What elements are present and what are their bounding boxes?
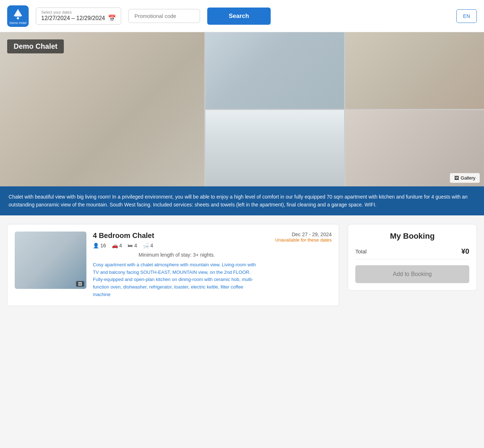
- gallery-icon: 🖼: [454, 175, 459, 181]
- room-description: Cosy apartment with a chalet atmosphere …: [93, 261, 261, 299]
- add-to-booking-button[interactable]: Add to Booking: [355, 265, 469, 283]
- cars-count: 4: [119, 243, 122, 248]
- date-value: 12/27/2024 – 12/29/2024 📅: [41, 14, 116, 22]
- date-selector[interactable]: Select your dates 12/27/2024 – 12/29/202…: [36, 8, 121, 25]
- beds-icon-item: 🛏 4: [128, 243, 137, 248]
- language-button[interactable]: EN: [456, 9, 477, 23]
- promo-input[interactable]: [128, 9, 200, 23]
- date-range-text: Dec 27 - 29, 2024: [267, 232, 332, 237]
- description-bar: Chalet with beautiful view with big livi…: [0, 186, 484, 215]
- guests-count: 16: [100, 243, 106, 248]
- room-card: 🖼 4 Bedroom Chalet 👤 16 🚗 4 🛏 4 �: [7, 224, 339, 306]
- logo: Demo Hotel: [7, 5, 29, 27]
- gallery-cell-4: 🖼 Gallery: [345, 110, 484, 187]
- logo-text: Demo Hotel: [9, 21, 27, 25]
- date-label: Select your dates: [41, 10, 116, 14]
- header: Demo Hotel Select your dates 12/27/2024 …: [0, 0, 484, 32]
- room-dates: Dec 27 - 29, 2024 Unavailable for these …: [267, 232, 332, 299]
- bath-icon: 🛁: [143, 243, 149, 248]
- bathrooms-icon-item: 🛁 4: [143, 243, 153, 248]
- beds-count: 4: [134, 243, 137, 248]
- room-amenities: 👤 16 🚗 4 🛏 4 🛁 4: [93, 243, 261, 248]
- gallery-section: Demo Chalet 🖼 Gallery: [0, 32, 484, 186]
- gallery-cell-1: [205, 32, 344, 109]
- cars-icon-item: 🚗 4: [112, 243, 122, 248]
- gallery-button[interactable]: 🖼 Gallery: [450, 173, 480, 183]
- content-area: 🖼 4 Bedroom Chalet 👤 16 🚗 4 🛏 4 �: [0, 215, 484, 315]
- room-title: 4 Bedroom Chalet: [93, 232, 261, 240]
- room-info: 4 Bedroom Chalet 👤 16 🚗 4 🛏 4 🛁 4: [93, 232, 261, 299]
- thumbnail-badge: 🖼: [76, 281, 84, 287]
- gallery-grid: 🖼 Gallery: [205, 32, 484, 186]
- availability-status: Unavailable for these dates: [267, 237, 332, 243]
- total-value: ¥0: [461, 247, 469, 256]
- guests-icon-item: 👤 16: [93, 243, 106, 248]
- person-icon: 👤: [93, 243, 99, 248]
- property-name-label: Demo Chalet: [7, 39, 64, 53]
- logo-icon: [11, 8, 24, 20]
- booking-title: My Booking: [355, 232, 469, 241]
- bed-icon: 🛏: [128, 243, 133, 248]
- car-icon: 🚗: [112, 243, 118, 248]
- booking-total-row: Total ¥0: [355, 247, 469, 259]
- gallery-cell-2: [345, 32, 484, 109]
- bathrooms-count: 4: [150, 243, 153, 248]
- min-stay-text: Minimum length of stay: 3+ nights.: [93, 252, 261, 258]
- description-text: Chalet with beautiful view with big livi…: [9, 194, 468, 208]
- room-thumbnail: 🖼: [15, 232, 86, 289]
- total-label: Total: [355, 248, 367, 254]
- gallery-main-image: Demo Chalet: [0, 32, 204, 186]
- calendar-icon[interactable]: 📅: [108, 14, 116, 22]
- image-icon: 🖼: [78, 282, 82, 286]
- booking-panel: My Booking Total ¥0 Add to Booking: [348, 224, 477, 291]
- svg-point-0: [17, 17, 19, 19]
- search-button[interactable]: Search: [207, 8, 271, 25]
- gallery-cell-3: [205, 110, 344, 187]
